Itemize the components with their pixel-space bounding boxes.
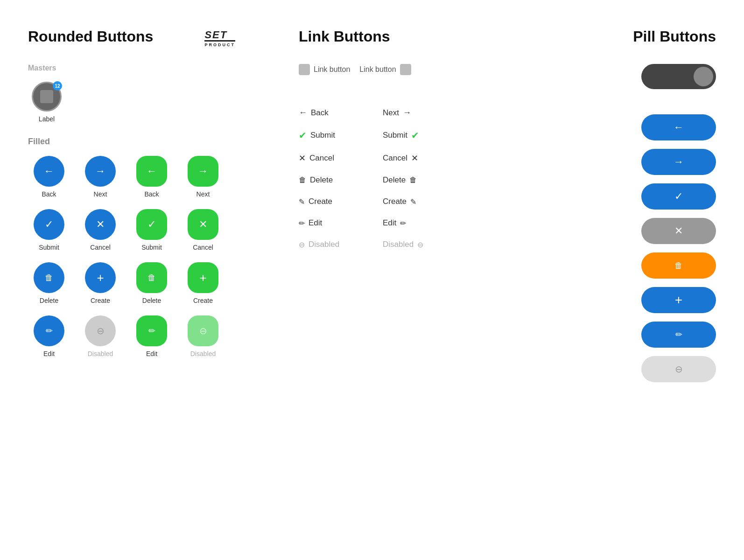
- link-master-right-label: Link button: [359, 65, 396, 74]
- link-row-delete: 🗑 Delete Delete 🗑: [299, 175, 476, 185]
- link-cancel-left-button[interactable]: ✕ Cancel: [299, 153, 364, 163]
- cancel-right-label: Cancel: [383, 154, 407, 163]
- submit-blue-button[interactable]: ✓: [34, 209, 64, 240]
- link-edit-right-button[interactable]: Edit ✏: [383, 218, 448, 228]
- create-green-label: Create: [193, 297, 213, 304]
- create-blue-label: Create: [91, 297, 110, 304]
- link-submit-left-button[interactable]: ✔ Submit: [299, 130, 364, 141]
- next-blue-button[interactable]: →: [85, 156, 116, 187]
- btn-delete-blue: 🗑 Delete: [28, 262, 70, 304]
- link-master-right-button[interactable]: Link button: [359, 64, 411, 75]
- pill-next-button[interactable]: →: [641, 149, 716, 175]
- logo: SET PRODUCT: [204, 30, 235, 47]
- submit-green-button[interactable]: ✓: [136, 209, 167, 240]
- back-blue-button[interactable]: ←: [34, 156, 64, 187]
- btn-edit-green: ✏ Edit: [131, 315, 173, 357]
- back-link-label: Back: [311, 108, 329, 118]
- link-row-submit: ✔ Submit Submit ✔: [299, 130, 476, 141]
- next-green-button[interactable]: →: [188, 156, 218, 187]
- back-green-label: Back: [144, 190, 159, 198]
- back-arrow-icon: ←: [299, 108, 307, 118]
- create-right-label: Create: [383, 197, 407, 206]
- delete-right-icon: 🗑: [409, 176, 417, 184]
- master-label: Label: [39, 115, 55, 123]
- link-edit-left-button[interactable]: ✏ Edit: [299, 218, 364, 228]
- edit-left-label: Edit: [309, 218, 322, 228]
- link-master-left-icon: [299, 64, 310, 75]
- pill-delete-button[interactable]: 🗑: [641, 252, 716, 279]
- link-next-button[interactable]: Next →: [383, 108, 448, 118]
- btn-back-blue: ← Back: [28, 156, 70, 198]
- btn-submit-green: ✓ Submit: [131, 209, 173, 251]
- btn-cancel-green: ✕ Cancel: [182, 209, 224, 251]
- delete-green-button[interactable]: 🗑: [136, 262, 167, 293]
- next-link-label: Next: [383, 108, 399, 118]
- submit-left-check-icon: ✔: [299, 130, 307, 141]
- submit-blue-label: Submit: [39, 244, 59, 251]
- disabled-gray-button: ⊖: [85, 315, 116, 346]
- link-row-cancel: ✕ Cancel Cancel ✕: [299, 153, 476, 163]
- btn-disabled-gray: ⊖ Disabled: [79, 315, 121, 357]
- disabled-green-light-button: ⊖: [188, 315, 218, 346]
- delete-blue-label: Delete: [40, 297, 58, 304]
- link-create-right-button[interactable]: Create ✎: [383, 197, 448, 206]
- link-back-button[interactable]: ← Back: [299, 108, 364, 118]
- cancel-left-x-icon: ✕: [299, 153, 306, 163]
- pill-create-button[interactable]: +: [641, 287, 716, 313]
- link-master-left-button[interactable]: Link button: [299, 64, 350, 75]
- cancel-blue-label: Cancel: [90, 244, 111, 251]
- edit-right-icon: ✏: [400, 219, 406, 228]
- btn-create-green: + Create: [182, 262, 224, 304]
- delete-left-label: Delete: [310, 175, 333, 185]
- disabled-left-icon: ⊖: [299, 240, 305, 249]
- link-buttons-heading: Link Buttons: [299, 28, 476, 45]
- submit-green-label: Submit: [141, 244, 162, 251]
- btn-next-green: → Next: [182, 156, 224, 198]
- link-create-left-button[interactable]: ✎ Create: [299, 197, 364, 206]
- link-row-create: ✎ Create Create ✎: [299, 197, 476, 206]
- pill-rows: ← → ✓ ✕ 🗑 + ✏ ⊖: [641, 114, 716, 382]
- link-cancel-right-button[interactable]: Cancel ✕: [383, 153, 448, 163]
- pill-disabled-button: ⊖: [641, 356, 716, 382]
- cancel-blue-button[interactable]: ✕: [85, 209, 116, 240]
- btn-back-green: ← Back: [131, 156, 173, 198]
- rounded-buttons-heading: Rounded Buttons: [28, 28, 153, 45]
- btn-submit-blue: ✓ Submit: [28, 209, 70, 251]
- cancel-green-button[interactable]: ✕: [188, 209, 218, 240]
- create-green-button[interactable]: +: [188, 262, 218, 293]
- disabled-right-label: Disabled: [383, 240, 414, 249]
- link-delete-left-button[interactable]: 🗑 Delete: [299, 175, 364, 185]
- edit-right-label: Edit: [383, 218, 396, 228]
- pill-buttons-heading: Pill Buttons: [476, 28, 716, 45]
- edit-blue-button[interactable]: ✏: [34, 315, 64, 346]
- cancel-green-label: Cancel: [193, 244, 213, 251]
- edit-green-button[interactable]: ✏: [136, 315, 167, 346]
- badge: 12: [53, 81, 62, 91]
- cancel-right-x-icon: ✕: [411, 153, 418, 163]
- delete-blue-button[interactable]: 🗑: [34, 262, 64, 293]
- disabled-gray-label: Disabled: [88, 350, 113, 357]
- edit-left-icon: ✏: [299, 219, 305, 228]
- link-row-disabled: ⊖ Disabled Disabled ⊖: [299, 240, 476, 249]
- pill-master-toggle[interactable]: [641, 64, 716, 89]
- delete-green-label: Delete: [142, 297, 161, 304]
- link-submit-right-button[interactable]: Submit ✔: [383, 130, 448, 141]
- pill-back-button[interactable]: ←: [641, 114, 716, 140]
- btn-cancel-blue: ✕ Cancel: [79, 209, 121, 251]
- next-blue-label: Next: [94, 190, 107, 198]
- create-left-icon: ✎: [299, 197, 305, 206]
- master-avatar-item: 12 Label: [28, 82, 65, 123]
- create-blue-button[interactable]: +: [85, 262, 116, 293]
- pill-cancel-button[interactable]: ✕: [641, 218, 716, 244]
- disabled-right-icon: ⊖: [417, 240, 423, 249]
- btn-create-blue: + Create: [79, 262, 121, 304]
- btn-delete-green: 🗑 Delete: [131, 262, 173, 304]
- pill-submit-button[interactable]: ✓: [641, 183, 716, 210]
- delete-right-label: Delete: [383, 175, 406, 185]
- link-delete-right-button[interactable]: Delete 🗑: [383, 175, 448, 185]
- back-green-button[interactable]: ←: [136, 156, 167, 187]
- submit-right-check-icon: ✔: [411, 130, 419, 141]
- pill-edit-button[interactable]: ✏: [641, 322, 716, 348]
- submit-left-label: Submit: [310, 131, 335, 140]
- submit-right-label: Submit: [383, 131, 407, 140]
